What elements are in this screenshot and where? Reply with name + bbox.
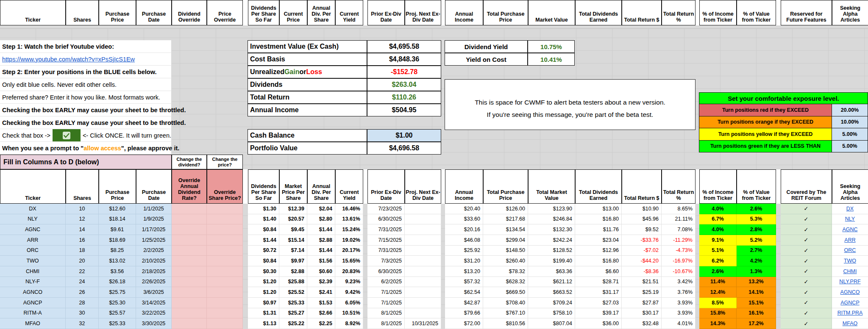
cell-price-override[interactable] xyxy=(207,308,243,319)
cell-dividend-override[interactable] xyxy=(172,318,207,329)
cell-dividend-override[interactable] xyxy=(172,298,207,308)
cell-price-override[interactable] xyxy=(207,256,243,266)
cell-shares[interactable]: 12 xyxy=(66,214,99,225)
seeking-alpha-link[interactable]: DX xyxy=(846,206,854,212)
cell-price-override[interactable] xyxy=(207,318,243,329)
cell-shares[interactable]: 18 xyxy=(66,246,99,256)
youtube-link[interactable]: https://www.youtube.com/watch?v=xPsSjIcS… xyxy=(2,56,135,63)
cell-purchase-date[interactable]: 1/25/2025 xyxy=(136,235,172,246)
column-gap xyxy=(363,298,367,308)
cell-ticker[interactable]: AGNC xyxy=(0,224,66,235)
cell-purchase-date[interactable]: 1/9/2025 xyxy=(136,214,172,225)
cell-purchase-price[interactable]: $18.69 xyxy=(99,235,136,246)
exposure-threshold-input[interactable]: 20.00% xyxy=(832,104,868,116)
seeking-alpha-link[interactable]: ARR xyxy=(844,237,855,243)
seeking-alpha-link[interactable]: CHMI xyxy=(843,268,857,274)
cell-price-override[interactable] xyxy=(207,246,243,256)
cell-ticker[interactable]: ORC xyxy=(0,246,66,256)
cell-dividend-override[interactable] xyxy=(172,235,207,246)
cell-ticker[interactable]: TWO xyxy=(0,256,66,266)
cell-dividend-override[interactable] xyxy=(172,214,207,225)
cell-price-override[interactable] xyxy=(207,224,243,235)
cell-purchase-date[interactable]: 3/22/2025 xyxy=(136,308,172,319)
cell-ticker[interactable]: DX xyxy=(0,204,66,214)
cell-total-return-percent: -10.67% xyxy=(662,266,696,277)
cell-price-override[interactable] xyxy=(207,298,243,308)
cell-purchase-price[interactable]: $25.30 xyxy=(99,298,136,308)
cell-purchase-date[interactable]: 2/10/2025 xyxy=(136,256,172,266)
cell-dividend-override[interactable] xyxy=(172,224,207,235)
cell-shares[interactable]: 20 xyxy=(66,256,99,266)
cell-price-override[interactable] xyxy=(207,214,243,225)
cell-dividend-override[interactable] xyxy=(172,277,207,288)
cell-price-override[interactable] xyxy=(207,266,243,277)
cell-shares[interactable]: 16 xyxy=(66,235,99,246)
cell-purchase-date[interactable]: 2/18/2025 xyxy=(136,266,172,277)
cell-purchase-price[interactable]: $9.61 xyxy=(99,224,136,235)
seeking-alpha-link[interactable]: NLY xyxy=(845,216,855,222)
cell-price-override[interactable] xyxy=(207,287,243,298)
cell-purchase-price[interactable]: $3.56 xyxy=(99,266,136,277)
cash-balance-input[interactable]: $1.00 xyxy=(367,129,441,142)
cell-price-override[interactable] xyxy=(207,235,243,246)
cell-dividend-override[interactable] xyxy=(172,287,207,298)
cell-shares[interactable]: 22 xyxy=(66,266,99,277)
seeking-alpha-link[interactable]: TWO xyxy=(844,258,856,264)
cell-shares[interactable]: 32 xyxy=(66,318,99,329)
seeking-alpha-link[interactable]: MFAO xyxy=(843,321,857,326)
cell-purchase-date[interactable]: 2/26/2025 xyxy=(136,277,172,288)
seeking-alpha-link[interactable]: RITM.PRA xyxy=(837,310,863,316)
cell-shares[interactable]: 14 xyxy=(66,224,99,235)
cell-price-override[interactable] xyxy=(207,204,243,214)
cell-dividend-override[interactable] xyxy=(172,266,207,277)
cell-price-override[interactable] xyxy=(207,277,243,288)
seeking-alpha-link[interactable]: ORC xyxy=(844,247,856,253)
cell-ticker[interactable]: AGNCP xyxy=(0,298,66,308)
cell-purchase-price[interactable]: $25.75 xyxy=(99,287,136,298)
cell-ticker[interactable]: NLY xyxy=(0,214,66,225)
activation-checkbox[interactable] xyxy=(53,129,81,141)
cell-shares[interactable]: 10 xyxy=(66,204,99,214)
exposure-threshold-input[interactable]: 10.00% xyxy=(832,116,868,129)
cell-ticker[interactable]: MFAO xyxy=(0,318,66,329)
cell-purchase-price[interactable]: $25.57 xyxy=(99,308,136,319)
cell-purchase-price[interactable]: $26.18 xyxy=(99,277,136,288)
table-row: ARR 16 $18.69 1/25/2025 $1.44 $15.14 $2.… xyxy=(0,235,868,246)
cell-purchase-price[interactable]: $12.60 xyxy=(99,204,136,214)
cell-ticker[interactable]: AGNCO xyxy=(0,287,66,298)
cell-ticker[interactable]: RITM-A xyxy=(0,308,66,319)
cell-ticker[interactable]: ARR xyxy=(0,235,66,246)
seeking-alpha-link[interactable]: NLY.PRF xyxy=(839,279,860,285)
cell-shares[interactable]: 26 xyxy=(66,287,99,298)
seeking-alpha-link[interactable]: AGNC xyxy=(842,227,857,232)
cell-dividend-override[interactable] xyxy=(172,308,207,319)
cell-dividend-override[interactable] xyxy=(172,256,207,266)
cell-purchase-price[interactable]: $18.14 xyxy=(99,214,136,225)
seeking-alpha-link[interactable]: AGNCP xyxy=(840,300,859,306)
cell-dividend-override[interactable] xyxy=(172,204,207,214)
cell-shares[interactable]: 28 xyxy=(66,298,99,308)
exposure-row: Turn positions red if they EXCEED 20.00% xyxy=(699,104,868,116)
cell-purchase-price[interactable]: $25.33 xyxy=(99,318,136,329)
cell-ticker[interactable]: NLY-F xyxy=(0,277,66,288)
column-header: Purchase Price xyxy=(99,169,136,204)
cell-purchase-date[interactable]: 3/30/2025 xyxy=(136,318,172,329)
cell-shares[interactable]: 24 xyxy=(66,277,99,288)
table-row: CHMI 22 $3.56 2/18/2025 $0.30 $2.88 $0.6… xyxy=(0,266,868,277)
cell-purchase-price[interactable]: $8.25 xyxy=(99,246,136,256)
seeking-alpha-link[interactable]: AGNCO xyxy=(840,289,860,295)
cell-purchase-price[interactable]: $13.02 xyxy=(99,256,136,266)
cell-ticker[interactable]: CHMI xyxy=(0,266,66,277)
summary-panel: Investment Value (Ex Cash)$4,695.58 Cost… xyxy=(248,40,441,116)
cell-purchase-date[interactable]: 3/6/2025 xyxy=(136,287,172,298)
cell-purchase-date[interactable]: 2/2/2025 xyxy=(136,246,172,256)
exposure-threshold-input[interactable]: 5.00% xyxy=(832,141,868,153)
cell-market-price-per-share: $9.97 xyxy=(279,256,307,266)
cell-purchase-date[interactable]: 1/1/2025 xyxy=(136,204,172,214)
cell-dividend-override[interactable] xyxy=(172,246,207,256)
exposure-threshold-input[interactable]: 5.00% xyxy=(832,128,868,141)
cell-purchase-date[interactable]: 3/14/2025 xyxy=(136,298,172,308)
cell-shares[interactable]: 30 xyxy=(66,308,99,319)
cell-purchase-date[interactable]: 1/17/2025 xyxy=(136,224,172,235)
column-gap xyxy=(363,256,367,266)
